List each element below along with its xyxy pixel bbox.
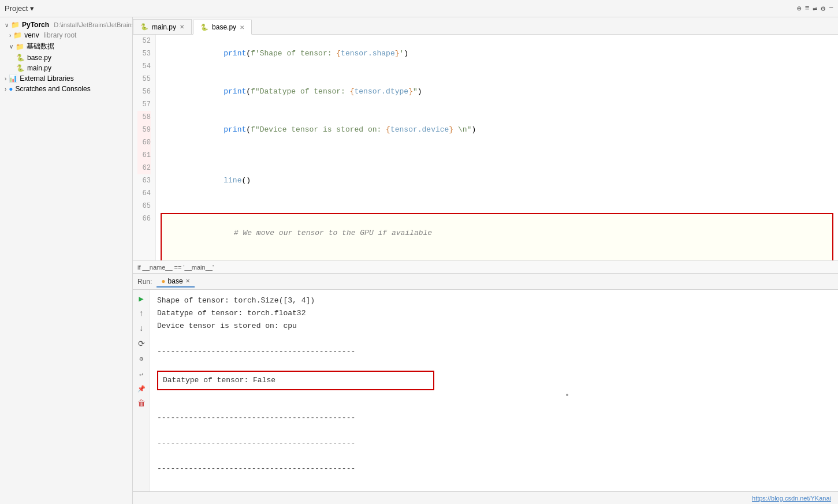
sidebar-item-pytorch[interactable]: ∨ 📁 PyTorch D:\install\JetBrains\JetBrai… — [0, 20, 132, 30]
output-separator: ----------------------------------------… — [157, 462, 831, 475]
arrow-icon: › — [5, 86, 6, 92]
run-play-button[interactable]: ▶ — [135, 292, 148, 305]
scratches-icon: ● — [9, 85, 13, 93]
pytorch-path: D:\install\JetBrains\JetBrains\PyCharm\p… — [54, 21, 133, 28]
code-line-55 — [161, 149, 833, 162]
scratches-label: Scratches and Consoles — [16, 85, 91, 93]
library-root-label: library root — [44, 31, 77, 39]
folder-icon: 📁 — [16, 43, 24, 51]
highlighted-output-block: Datatype of tensor: False — [157, 371, 434, 390]
sidebar-item-basedir[interactable]: ∨ 📁 基础数据 — [0, 40, 132, 53]
sidebar-item-extlibs[interactable]: › 📊 External Libraries — [0, 73, 132, 84]
output-line — [157, 333, 831, 345]
close-icon[interactable]: ✕ — [240, 24, 244, 31]
run-wrap-button[interactable]: ↵ — [135, 367, 148, 380]
output-separator: ----------------------------------------… — [157, 437, 831, 450]
output-line: Datatype of tensor: False — [163, 374, 429, 387]
output-line — [157, 424, 831, 437]
settings-icon[interactable]: ⚙ — [821, 4, 825, 13]
run-panel: Run: ● base ✕ ▶ ↑ ↓ ⟳ ⚙ ↵ 📌 🗑 — [133, 273, 838, 504]
tab-mainpy[interactable]: 🐍 main.py ✕ — [133, 19, 192, 34]
code-line-59: print(f"Datatype of tensor: {torch.cuda.… — [162, 252, 832, 260]
run-down-button[interactable]: ↓ — [135, 322, 148, 335]
run-rerun-button[interactable]: ⟳ — [135, 337, 148, 350]
tab-bar: 🐍 main.py ✕ 🐍 base.py ✕ — [133, 17, 838, 35]
python-file-icon: 🐍 — [16, 54, 25, 62]
output-separator: ----------------------------------------… — [157, 412, 831, 424]
python-file-icon: 🐍 — [16, 64, 25, 72]
arrow-icon: › — [9, 32, 11, 39]
breadcrumb-bar: if __name__ == '__main__' — [133, 260, 838, 273]
sidebar-item-mainpy[interactable]: 🐍 main.py — [0, 63, 132, 73]
pytorch-label: PyTorch — [22, 21, 49, 29]
line-numbers: 52 53 54 55 56 57 58 59 60 61 62 63 64 6… — [133, 35, 156, 260]
sidebar-item-venv[interactable]: › 📁 venv library root — [0, 30, 132, 40]
close-icon[interactable]: ✕ — [180, 24, 184, 30]
run-clear-button[interactable]: 🗑 — [135, 397, 148, 410]
run-tab-bar: Run: ● base ✕ — [133, 274, 838, 290]
highlighted-code-block: # We move our tensor to the GPU if avail… — [161, 213, 833, 260]
sidebar-item-scratches[interactable]: › ● Scratches and Consoles — [0, 84, 132, 94]
run-pin-button[interactable]: 📌 — [135, 382, 148, 395]
run-tab-label: base — [168, 277, 183, 285]
code-editor[interactable]: 52 53 54 55 56 57 58 59 60 61 62 63 64 6… — [133, 35, 838, 260]
project-dropdown-arrow[interactable]: ▾ — [30, 4, 34, 13]
cursor-dot — [566, 394, 568, 396]
split-icon[interactable]: ⇌ — [813, 4, 818, 13]
basedir-label: 基础数据 — [27, 42, 54, 51]
run-settings-button[interactable]: ⚙ — [135, 352, 148, 365]
tab-mainpy-label: main.py — [152, 23, 176, 31]
list-icon[interactable]: ≡ — [805, 4, 810, 13]
mainpy-label: main.py — [27, 64, 51, 72]
output-line: Device tensor is stored on: cpu — [157, 320, 831, 333]
run-icon: ● — [161, 277, 165, 285]
venv-icon: 📁 — [13, 31, 22, 39]
code-line-54: print(f"Device tensor is stored on: {ten… — [161, 111, 833, 149]
editor-area: 🐍 main.py ✕ 🐍 base.py ✕ 52 53 54 55 56 5… — [133, 17, 838, 504]
project-label[interactable]: Project ▾ — [5, 4, 34, 13]
output-line: Shape of tensor: torch.Size([3, 4]) — [157, 294, 831, 307]
tab-basepy[interactable]: 🐍 base.py ✕ — [193, 20, 252, 35]
code-line-53: print(f"Datatype of tensor: {tensor.dtyp… — [161, 73, 833, 111]
code-lines: print(f'Shape of tensor: {tensor.shape}'… — [156, 35, 838, 260]
run-label: Run: — [137, 278, 152, 286]
pytorch-icon: 📁 — [11, 21, 20, 29]
project-text: Project — [5, 4, 28, 13]
extlibs-label: External Libraries — [20, 74, 73, 83]
code-line-52: print(f'Shape of tensor: {tensor.shape}'… — [161, 35, 833, 73]
code-line-57 — [161, 200, 833, 212]
basepy-label: base.py — [27, 54, 51, 62]
python-icon: 🐍 — [140, 23, 148, 31]
run-content-wrapper: ▶ ↑ ↓ ⟳ ⚙ ↵ 📌 🗑 Shape of tensor: torch.S… — [133, 290, 838, 491]
run-tab-base[interactable]: ● base ✕ — [157, 276, 194, 288]
run-status-bar: https://blog.csdn.net/YKanai — [133, 491, 838, 504]
sidebar-item-basepy[interactable]: 🐍 base.py — [0, 53, 132, 63]
arrow-icon: ∨ — [9, 43, 13, 50]
main-layout: ∨ 📁 PyTorch D:\install\JetBrains\JetBrai… — [0, 17, 838, 504]
output-line — [157, 399, 831, 412]
status-link[interactable]: https://blog.csdn.net/YKanai — [752, 495, 831, 502]
arrow-icon: › — [5, 76, 6, 82]
code-line-56: line() — [161, 162, 833, 200]
output-separator: ----------------------------------------… — [157, 345, 831, 358]
output-line — [157, 358, 831, 371]
output-line — [157, 450, 831, 462]
close-run-tab-icon[interactable]: ✕ — [185, 278, 190, 284]
run-up-button[interactable]: ↑ — [135, 307, 148, 320]
code-line-58: # We move our tensor to the GPU if avail… — [162, 214, 832, 252]
extlibs-icon: 📊 — [9, 74, 17, 83]
globe-icon[interactable]: ⊕ — [797, 4, 802, 13]
arrow-icon: ∨ — [5, 22, 9, 28]
breadcrumb-text: if __name__ == '__main__' — [137, 264, 214, 271]
run-output: Shape of tensor: torch.Size([3, 4]) Data… — [150, 290, 838, 491]
top-bar-icons: ⊕ ≡ ⇌ ⚙ − — [797, 4, 833, 13]
sidebar: ∨ 📁 PyTorch D:\install\JetBrains\JetBrai… — [0, 17, 133, 504]
run-toolbar: ▶ ↑ ↓ ⟳ ⚙ ↵ 📌 🗑 — [133, 290, 150, 491]
top-bar: Project ▾ ⊕ ≡ ⇌ ⚙ − — [0, 0, 838, 17]
output-line: Datatype of tensor: torch.float32 — [157, 307, 831, 320]
minimize-icon[interactable]: − — [829, 4, 833, 13]
venv-label: venv — [24, 31, 39, 39]
python-icon: 🐍 — [200, 24, 208, 31]
tab-basepy-label: base.py — [212, 23, 236, 31]
